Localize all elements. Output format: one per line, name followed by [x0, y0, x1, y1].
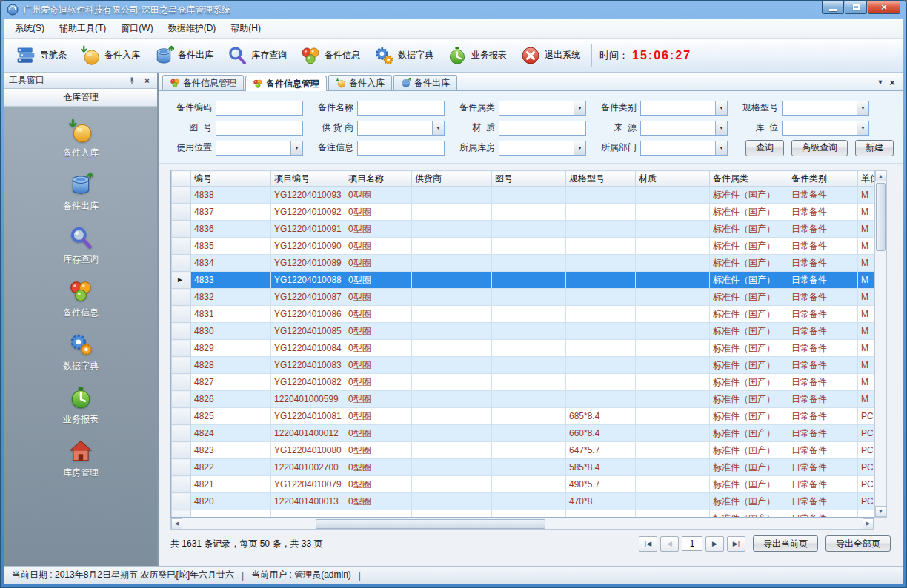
close-button[interactable]: [868, 1, 900, 14]
sidebar-item[interactable]: 库存查询: [63, 225, 99, 266]
page-nav-button[interactable]: ▶: [705, 536, 724, 552]
chevron-down-icon[interactable]: [857, 101, 868, 115]
table-row[interactable]: 4822 1220401002700 0型圈 585*8.4 标准件（国产）: [172, 459, 875, 476]
table-row[interactable]: 4836 YG12204010091 0型圈 标准件（国产）: [172, 221, 875, 238]
document-tab[interactable]: 备件信息管理: [245, 76, 327, 91]
pin-icon[interactable]: [126, 75, 137, 86]
table-row[interactable]: 标准件（国产） 日常备件: [172, 510, 875, 518]
sidebar-item[interactable]: 数据字典: [63, 332, 99, 372]
menu-item[interactable]: 系统(S): [7, 19, 52, 38]
chevron-down-icon[interactable]: [432, 121, 444, 135]
table-row[interactable]: 4834 YG12204010089 0型圈 标准件（国产）: [172, 255, 875, 272]
document-tab[interactable]: 备件出库: [393, 75, 457, 90]
sidebar-item[interactable]: 业务报表: [63, 385, 99, 426]
field-input[interactable]: [499, 121, 586, 136]
document-tab[interactable]: 备件信息管理: [162, 75, 244, 90]
chevron-down-icon[interactable]: [715, 101, 727, 115]
toolbar-button[interactable]: 备件信息: [293, 42, 367, 69]
field-input[interactable]: [499, 141, 586, 156]
field-input[interactable]: [216, 121, 303, 136]
field-input[interactable]: [640, 101, 728, 116]
table-row[interactable]: 4837 YG12204010092 0型圈 标准件（国产）: [172, 204, 875, 221]
table-row[interactable]: 4823 YG12204010080 0型圈 647*5.7 标准件（国产）: [172, 442, 875, 459]
maximize-button[interactable]: [845, 1, 867, 14]
tab-list-chevron-down-icon[interactable]: ▼: [874, 76, 886, 88]
column-header[interactable]: 项目编号: [271, 171, 345, 187]
search-action-button[interactable]: 查询: [745, 140, 784, 156]
vertical-scroll-thumb[interactable]: [876, 183, 886, 251]
toolbar-button[interactable]: 数据字典: [367, 42, 440, 69]
vertical-scrollbar[interactable]: ▲ ▼: [874, 170, 887, 518]
chevron-down-icon[interactable]: [290, 141, 302, 155]
search-action-button[interactable]: 新建: [855, 140, 894, 156]
column-header[interactable]: 项目名称: [345, 171, 412, 187]
document-tab[interactable]: 备件入库: [328, 75, 392, 90]
field-input[interactable]: [640, 141, 728, 156]
column-header[interactable]: 备件类别: [788, 171, 858, 187]
export-current-page-button[interactable]: 导出当前页: [753, 535, 818, 552]
page-nav-button[interactable]: |◀: [639, 536, 657, 552]
sidebar-item[interactable]: 备件入库: [63, 118, 99, 159]
menu-item[interactable]: 辅助工具(T): [52, 19, 113, 38]
sidebar-item[interactable]: 备件出库: [63, 172, 99, 213]
menu-item[interactable]: 数据维护(D): [161, 19, 224, 38]
table-row[interactable]: 4829 YG12204010084 0型圈 标准件（国产）: [172, 340, 875, 357]
chevron-down-icon[interactable]: [574, 101, 585, 115]
table-row[interactable]: 4838 YG12204010093 0型圈 标准件（国产）: [172, 187, 875, 204]
field-input[interactable]: [357, 121, 445, 136]
sidebar-close-icon[interactable]: [142, 75, 153, 86]
field-input[interactable]: [782, 101, 869, 116]
table-row[interactable]: 4821 YG12204010079 0型圈 490*5.7 标准件（国产）: [172, 476, 875, 493]
column-header[interactable]: 材质: [636, 171, 710, 187]
scroll-left-icon[interactable]: ◀: [171, 518, 182, 529]
toolbar-button[interactable]: 备件出库: [147, 42, 220, 69]
column-header[interactable]: 图号: [492, 171, 566, 187]
column-header[interactable]: 编号: [191, 171, 271, 187]
tab-close-icon[interactable]: ×: [886, 76, 898, 88]
column-header[interactable]: 单位: [858, 171, 875, 187]
scroll-up-icon[interactable]: ▲: [875, 170, 886, 181]
table-row[interactable]: 4833 YG12204010088 0型圈 标准件（国产）: [172, 272, 875, 289]
horizontal-scroll-thumb[interactable]: [316, 519, 545, 529]
field-input[interactable]: [499, 101, 586, 116]
table-row[interactable]: 4835 YG12204010090 0型圈 标准件（国产）: [172, 238, 875, 255]
table-row[interactable]: 4830 YG12204010085 0型圈 标准件（国产）: [172, 323, 875, 340]
sidebar-item[interactable]: 库房管理: [63, 438, 99, 479]
chevron-down-icon[interactable]: [715, 141, 727, 155]
scroll-down-icon[interactable]: ▼: [875, 506, 886, 517]
toolbar-button[interactable]: 业务报表: [440, 42, 514, 69]
toolbar-button[interactable]: 库存查询: [220, 42, 293, 69]
field-input[interactable]: [357, 101, 445, 116]
field-input[interactable]: [216, 101, 303, 116]
minimize-button[interactable]: [822, 1, 844, 14]
table-row[interactable]: 4824 1220401400012 0型圈 660*8.4 标准件（国产）: [172, 425, 875, 442]
page-nav-button[interactable]: ▶|: [727, 536, 745, 552]
column-header[interactable]: 供货商: [412, 171, 492, 187]
toolbar-button[interactable]: 导航条: [9, 42, 73, 69]
table-row[interactable]: 4831 YG12204010086 0型圈 标准件（国产）: [172, 306, 875, 323]
table-row[interactable]: 4825 YG12204010081 0型圈 685*8.4 标准件（国产）: [172, 408, 875, 425]
toolbar-button[interactable]: 备件入库: [73, 42, 147, 69]
sidebar-item[interactable]: 备件信息: [63, 278, 99, 319]
export-all-pages-button[interactable]: 导出全部页: [825, 535, 891, 552]
table-row[interactable]: 4832 YG12204010087 0型圈 标准件（国产）: [172, 289, 875, 306]
menu-item[interactable]: 帮助(H): [223, 19, 268, 38]
page-number-input[interactable]: [682, 536, 702, 551]
menu-item[interactable]: 窗口(W): [113, 19, 160, 38]
chevron-down-icon[interactable]: [857, 121, 868, 135]
field-input[interactable]: [782, 121, 869, 136]
field-input[interactable]: [357, 141, 445, 156]
search-action-button[interactable]: 高级查询: [791, 140, 848, 156]
chevron-down-icon[interactable]: [715, 121, 727, 135]
toolbar-button[interactable]: 退出系统: [514, 42, 587, 69]
horizontal-scrollbar[interactable]: ◀ ▶: [170, 518, 874, 530]
column-header[interactable]: 备件属类: [710, 171, 788, 187]
page-nav-button[interactable]: ◀: [660, 536, 679, 552]
field-input[interactable]: [640, 121, 728, 136]
field-input[interactable]: [216, 141, 303, 156]
table-row[interactable]: 4820 1220401400013 0型圈 470*8 标准件（国产）: [172, 493, 875, 510]
table-row[interactable]: 4827 YG12204010082 0型圈 标准件（国产）: [172, 374, 875, 391]
table-row[interactable]: 4826 1220401000599 0型圈 标准件（国产）: [172, 391, 875, 408]
chevron-down-icon[interactable]: [574, 141, 585, 155]
table-row[interactable]: 4828 YG12204010083 0型圈 标准件（国产）: [172, 357, 875, 374]
